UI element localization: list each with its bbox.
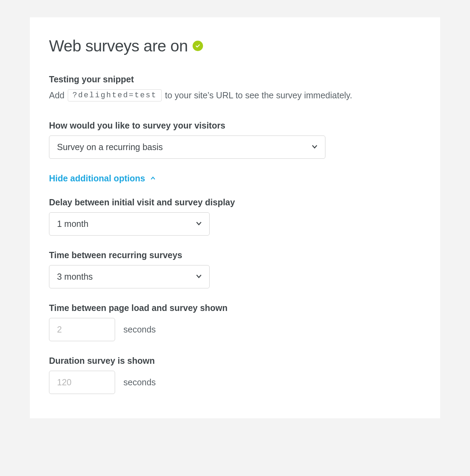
chevron-up-icon bbox=[150, 173, 156, 183]
testing-code: ?delighted=test bbox=[68, 89, 161, 101]
testing-prefix: Add bbox=[49, 90, 64, 100]
duration-shown-input[interactable] bbox=[49, 371, 115, 394]
page-load-delay-unit: seconds bbox=[123, 325, 156, 335]
duration-shown-group: Duration survey is shown seconds bbox=[49, 356, 421, 394]
survey-method-select[interactable]: Survey on a recurring basis bbox=[49, 136, 325, 159]
testing-instructions: Add ?delighted=test to your site’s URL t… bbox=[49, 89, 421, 101]
time-between-select[interactable]: 3 months bbox=[49, 265, 210, 288]
survey-method-label: How would you like to survey your visito… bbox=[49, 121, 421, 131]
time-between-group: Time between recurring surveys 3 months bbox=[49, 250, 421, 288]
delay-initial-value: 1 month bbox=[57, 219, 88, 229]
duration-shown-label: Duration survey is shown bbox=[49, 356, 421, 366]
page-title: Web surveys are on bbox=[49, 36, 421, 55]
delay-initial-group: Delay between initial visit and survey d… bbox=[49, 197, 421, 236]
page-title-text: Web surveys are on bbox=[49, 36, 188, 55]
testing-heading: Testing your snippet bbox=[49, 74, 421, 84]
toggle-additional-options[interactable]: Hide additional options bbox=[49, 173, 156, 183]
check-circle-icon bbox=[193, 41, 203, 51]
toggle-label: Hide additional options bbox=[49, 173, 145, 183]
delay-initial-label: Delay between initial visit and survey d… bbox=[49, 197, 421, 207]
page-load-delay-label: Time between page load and survey shown bbox=[49, 303, 421, 313]
survey-method-value: Survey on a recurring basis bbox=[57, 142, 163, 152]
page-load-delay-input[interactable] bbox=[49, 318, 115, 341]
page-load-delay-group: Time between page load and survey shown … bbox=[49, 303, 421, 341]
testing-suffix: to your site’s URL to see the survey imm… bbox=[165, 90, 352, 100]
time-between-value: 3 months bbox=[57, 272, 93, 282]
duration-shown-unit: seconds bbox=[123, 377, 156, 387]
time-between-label: Time between recurring surveys bbox=[49, 250, 421, 260]
survey-method-group: How would you like to survey your visito… bbox=[49, 121, 421, 159]
settings-card: Web surveys are on Testing your snippet … bbox=[30, 17, 440, 418]
delay-initial-select[interactable]: 1 month bbox=[49, 212, 210, 236]
testing-section: Testing your snippet Add ?delighted=test… bbox=[49, 74, 421, 101]
